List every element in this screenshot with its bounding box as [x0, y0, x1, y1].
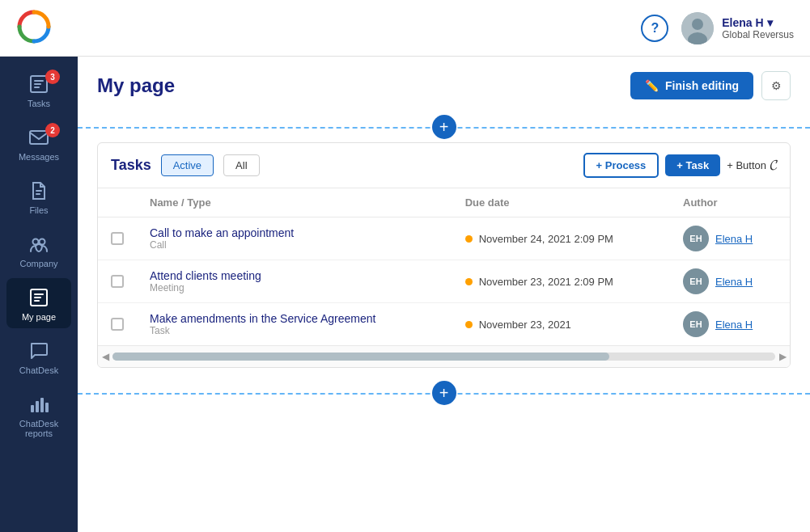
chatdesk-reports-icon: [28, 393, 50, 416]
author-name[interactable]: Elena H: [715, 233, 753, 245]
tasks-widget: Tasks Active All + Process + Task + Butt…: [97, 142, 791, 368]
bottom-add-section-row: +: [78, 378, 810, 408]
sidebar-item-label: ChatDesk reports: [11, 419, 66, 438]
help-button[interactable]: ?: [641, 15, 668, 42]
row-name-cell: Call to make an appointment Call: [137, 217, 452, 260]
tasks-badge: 3: [45, 70, 60, 84]
due-date-dot: [465, 321, 473, 328]
messages-badge: 2: [45, 123, 60, 137]
add-button-link[interactable]: + Button 𝓒: [727, 157, 777, 174]
chevron-down-icon: ▾: [767, 16, 773, 29]
user-details: Elena H ▾ Global Reversus: [722, 16, 794, 40]
sidebar-item-mypage[interactable]: My page: [6, 278, 71, 328]
table-row: Make amendments in the Service Agreement…: [98, 303, 790, 346]
cursor-icon: 𝓒: [770, 157, 777, 174]
sidebar-item-files[interactable]: Files: [6, 171, 71, 222]
widget-header: Tasks Active All + Process + Task + Butt…: [98, 143, 790, 188]
tasks-table: Name / Type Due date Author Call to make…: [98, 188, 790, 345]
sidebar: 3 Tasks 2 Messages: [0, 57, 78, 532]
chatdesk-icon: [28, 340, 50, 362]
topbar: ? Elena H ▾ Global Reversus: [0, 0, 810, 57]
svg-rect-16: [31, 405, 34, 412]
task-name: Attend clients meeting: [150, 269, 439, 282]
task-type: Call: [150, 239, 439, 251]
files-icon: [28, 179, 50, 202]
sidebar-item-tasks[interactable]: 3 Tasks: [6, 65, 71, 115]
sidebar-item-chatdesk[interactable]: ChatDesk: [6, 331, 71, 382]
scroll-thumb: [112, 353, 609, 361]
author-avatar: EH: [683, 268, 709, 294]
scrollbar-row: ◀ ▶: [98, 345, 790, 367]
svg-rect-15: [34, 300, 40, 302]
svg-rect-4: [34, 80, 44, 82]
svg-rect-14: [34, 297, 41, 298]
due-date-text: November 24, 2021 2:09 PM: [479, 233, 613, 245]
scroll-left-arrow[interactable]: ◀: [98, 349, 112, 364]
svg-rect-19: [45, 403, 49, 412]
row-checkbox[interactable]: [111, 275, 124, 288]
app-body: 3 Tasks 2 Messages: [0, 57, 810, 532]
scroll-right-arrow[interactable]: ▶: [775, 349, 790, 364]
widget-actions: + Process + Task + Button 𝓒: [583, 153, 777, 178]
page-title: My page: [97, 74, 175, 97]
row-author-cell: EH Elena H: [670, 303, 790, 346]
row-checkbox-cell: [98, 217, 137, 260]
add-section-top-button[interactable]: +: [432, 115, 456, 139]
page-header: My page ✏️ Finish editing ⚙: [78, 57, 810, 112]
pencil-icon: ✏️: [645, 79, 659, 92]
sidebar-item-label: Files: [29, 205, 48, 215]
sidebar-item-label: Tasks: [28, 99, 50, 108]
author-avatar: EH: [683, 311, 709, 337]
widget-title-area: Tasks Active All: [111, 154, 260, 176]
svg-rect-8: [36, 190, 42, 192]
row-due-date-cell: November 23, 2021: [452, 303, 670, 346]
row-due-date-cell: November 23, 2021 2:09 PM: [452, 260, 670, 303]
sidebar-item-messages[interactable]: 2 Messages: [6, 118, 71, 168]
col-name: Name / Type: [137, 188, 452, 217]
col-due-date: Due date: [452, 188, 670, 217]
col-check: [98, 188, 137, 217]
task-name: Make amendments in the Service Agreement: [150, 312, 439, 325]
user-org: Global Reversus: [722, 29, 794, 40]
mypage-icon: [28, 286, 50, 309]
sidebar-item-label: Company: [19, 259, 57, 268]
user-menu[interactable]: Elena H ▾ Global Reversus: [681, 12, 794, 44]
page-header-actions: ✏️ Finish editing ⚙: [630, 71, 791, 100]
row-name-cell: Make amendments in the Service Agreement…: [137, 303, 452, 346]
svg-rect-13: [34, 293, 44, 295]
avatar: [681, 12, 714, 44]
logo: [16, 9, 52, 47]
author-cell: EH Elena H: [683, 311, 777, 337]
due-date-text: November 23, 2021: [479, 319, 571, 331]
scroll-track[interactable]: [112, 353, 775, 361]
table-row: Call to make an appointment Call Novembe…: [98, 217, 790, 260]
add-process-button[interactable]: + Process: [583, 153, 659, 178]
svg-rect-18: [40, 398, 44, 412]
svg-rect-17: [36, 401, 39, 412]
finish-editing-button[interactable]: ✏️ Finish editing: [630, 72, 753, 99]
row-checkbox[interactable]: [111, 232, 124, 245]
svg-rect-6: [34, 87, 40, 88]
due-date: November 23, 2021 2:09 PM: [465, 276, 657, 288]
svg-rect-5: [34, 83, 41, 85]
topbar-right: ? Elena H ▾ Global Reversus: [641, 12, 794, 44]
sidebar-item-chatdesk-reports[interactable]: ChatDesk reports: [6, 385, 71, 445]
sidebar-item-company[interactable]: Company: [6, 225, 71, 275]
table-row: Attend clients meeting Meeting November …: [98, 260, 790, 303]
due-date: November 24, 2021 2:09 PM: [465, 233, 657, 245]
due-date-dot: [465, 235, 473, 243]
row-checkbox[interactable]: [111, 318, 124, 331]
tab-active[interactable]: Active: [161, 154, 214, 176]
settings-button[interactable]: ⚙: [761, 71, 791, 100]
widget-title: Tasks: [111, 157, 151, 174]
add-task-button[interactable]: + Task: [665, 154, 720, 176]
tab-all[interactable]: All: [223, 154, 259, 176]
author-name[interactable]: Elena H: [715, 319, 753, 331]
add-section-bottom-button[interactable]: +: [432, 381, 456, 405]
task-name: Call to make an appointment: [150, 226, 439, 239]
svg-point-1: [692, 19, 703, 30]
author-name[interactable]: Elena H: [715, 276, 753, 288]
gear-icon: ⚙: [771, 79, 782, 92]
row-name-cell: Attend clients meeting Meeting: [137, 260, 452, 303]
main-content: My page ✏️ Finish editing ⚙ + Tasks: [78, 57, 810, 532]
